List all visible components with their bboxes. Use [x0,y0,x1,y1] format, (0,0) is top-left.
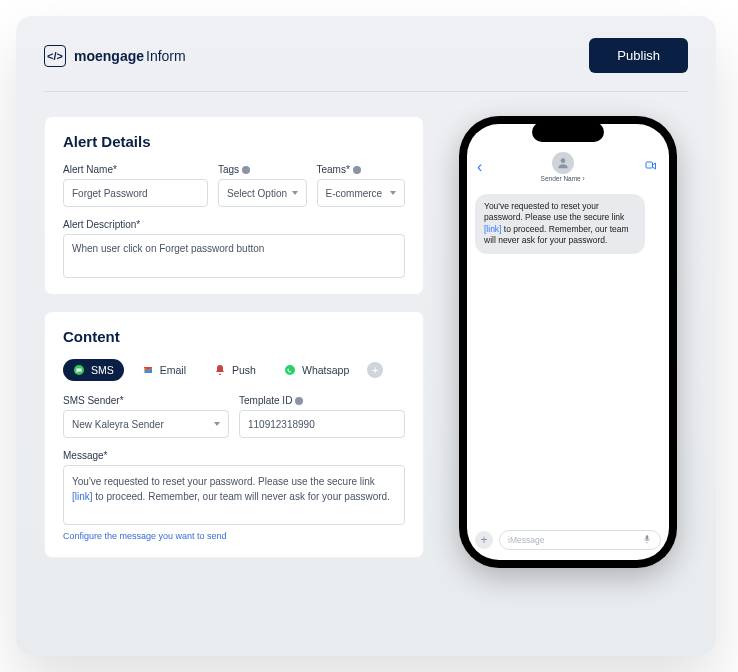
template-id-field: Template ID [239,395,405,438]
phone-header: ‹ Sender Name › [467,152,669,186]
template-id-label: Template ID [239,395,405,406]
alert-name-input[interactable] [63,179,208,207]
channel-tabs: SMS Email Push Whatsapp + [63,359,405,381]
whatsapp-icon [284,364,296,376]
message-field: Message* You've requested to reset your … [63,450,405,525]
alert-details-card: Alert Details Alert Name* Tags Select Op… [44,116,424,295]
info-icon [242,166,250,174]
publish-button[interactable]: Publish [589,38,688,73]
sender-name: Sender Name › [541,175,585,182]
channel-email[interactable]: Email [132,359,196,381]
info-icon [353,166,361,174]
content-title: Content [63,328,405,345]
avatar-block: Sender Name › [541,152,585,182]
template-id-input[interactable] [239,410,405,438]
chat-input[interactable]: iMessage [499,530,661,550]
alert-description-input[interactable]: When user click on Forget password butto… [63,234,405,278]
left-col: Alert Details Alert Name* Tags Select Op… [44,116,424,558]
channel-sms[interactable]: SMS [63,359,124,381]
mic-icon [642,534,652,546]
body-grid: Alert Details Alert Name* Tags Select Op… [44,116,688,568]
brand-name: moengageInform [74,47,186,65]
email-icon [142,364,154,376]
plus-icon[interactable]: + [475,531,493,549]
add-channel-button[interactable]: + [367,362,383,378]
tags-select[interactable]: Select Option [218,179,307,207]
brand-logo-icon: </> [44,45,66,67]
alert-name-label: Alert Name* [63,164,208,175]
configure-note: Configure the message you want to send [63,531,405,541]
message-input[interactable]: You've requested to reset your password.… [63,465,405,525]
alert-description-label: Alert Description* [63,219,405,230]
chevron-down-icon [390,191,396,195]
chat-input-row: + iMessage [467,524,669,560]
info-icon [295,397,303,405]
alert-details-title: Alert Details [63,133,405,150]
phone-screen: ‹ Sender Name › You've [467,124,669,560]
alert-description-field: Alert Description* When user click on Fo… [63,219,405,278]
chevron-down-icon [214,422,220,426]
phone-frame: ‹ Sender Name › You've [459,116,677,568]
alert-fields-row: Alert Name* Tags Select Option Teams* E-… [63,164,405,207]
chevron-down-icon [292,191,298,195]
content-fields-row: SMS Sender* New Kaleyra Sender Template … [63,395,405,438]
avatar-icon [552,152,574,174]
channel-whatsapp[interactable]: Whatsapp [274,359,359,381]
content-card: Content SMS Email Push [44,311,424,558]
brand: </> moengageInform [44,45,186,67]
svg-rect-4 [646,535,649,540]
channel-push[interactable]: Push [204,359,266,381]
preview-column: ‹ Sender Name › You've [448,116,688,568]
sms-sender-field: SMS Sender* New Kaleyra Sender [63,395,229,438]
sms-icon [73,364,85,376]
push-icon [214,364,226,376]
app-frame: </> moengageInform Publish Alert Details… [16,16,716,656]
alert-name-field: Alert Name* [63,164,208,207]
header: </> moengageInform Publish [44,38,688,92]
bubble-link-token: [link] [484,224,501,234]
teams-field: Teams* E-commerce [317,164,406,207]
video-icon[interactable] [643,159,659,175]
message-link-token: [link] [72,491,93,502]
phone-notch [532,122,604,142]
message-bubble: You've requested to reset your password.… [475,194,645,254]
chat-body: You've requested to reset your password.… [467,186,669,524]
tags-field: Tags Select Option [218,164,307,207]
tags-label: Tags [218,164,307,175]
teams-select[interactable]: E-commerce [317,179,406,207]
sms-sender-select[interactable]: New Kaleyra Sender [63,410,229,438]
back-chevron-icon[interactable]: ‹ [477,158,482,176]
sms-sender-label: SMS Sender* [63,395,229,406]
message-label: Message* [63,450,405,461]
teams-label: Teams* [317,164,406,175]
svg-point-1 [285,365,295,375]
svg-point-2 [560,158,565,163]
svg-rect-3 [646,162,653,168]
